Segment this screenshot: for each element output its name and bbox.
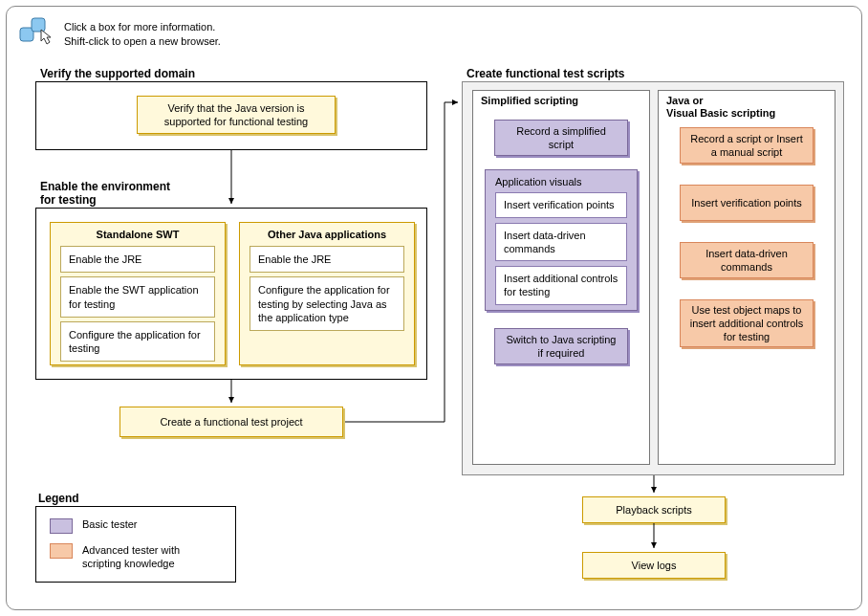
col-standalone-swt: Standalone SWT Enable the JRE Enable the…	[50, 222, 226, 365]
box-swt-jre[interactable]: Enable the JRE	[60, 246, 215, 273]
box-verify-java[interactable]: Verify that the Java version is supporte…	[137, 96, 336, 134]
hint-line2: Shift-click to open a new browser.	[64, 34, 221, 49]
box-java-objectmap[interactable]: Use test object maps to insert additiona…	[680, 299, 814, 347]
svg-rect-1	[32, 18, 45, 32]
sub-title-java: Java orVisual Basic scripting	[666, 95, 775, 120]
box-swt-enable-app[interactable]: Enable the SWT application for testing	[60, 276, 215, 318]
diagram-frame: Click a box for more information. Shift-…	[6, 6, 862, 610]
box-record-simplified[interactable]: Record a simplified script	[494, 120, 628, 156]
box-application-visuals: Application visuals Insert verification …	[485, 169, 638, 311]
box-vis-controls[interactable]: Insert additional controls for testing	[495, 266, 627, 305]
box-switch-java[interactable]: Switch to Java scripting if required	[494, 328, 628, 364]
box-other-jre[interactable]: Enable the JRE	[250, 246, 404, 273]
col-title-other: Other Java applications	[240, 223, 414, 246]
hint-text: Click a box for more information. Shift-…	[64, 20, 221, 50]
box-playback[interactable]: Playback scripts	[582, 496, 726, 523]
swatch-purple	[50, 518, 73, 534]
box-other-configure[interactable]: Configure the application for testing by…	[250, 276, 404, 331]
box-java-verification[interactable]: Insert verification points	[680, 185, 814, 221]
section-enable: Enable the environmentfor testing Standa…	[35, 208, 427, 380]
sub-title-simplified: Simplified scripting	[481, 95, 578, 106]
legend-row-advanced: Advanced tester with scripting knowledge	[50, 543, 222, 571]
click-icon	[18, 16, 56, 47]
hint-line1: Click a box for more information.	[64, 20, 221, 34]
legend: Legend Basic tester Advanced tester with…	[35, 506, 236, 583]
box-vis-datadriven[interactable]: Insert data-driven commands	[495, 223, 627, 262]
panel-scripts: Create functional test scripts Simplifie…	[462, 81, 844, 475]
section-title-scripts: Create functional test scripts	[465, 67, 626, 80]
legend-label-basic: Basic tester	[82, 518, 137, 530]
swatch-orange	[50, 543, 73, 559]
subpanel-java: Java orVisual Basic scripting Record a s…	[658, 90, 835, 465]
col-other-java: Other Java applications Enable the JRE C…	[239, 222, 415, 365]
legend-label-advanced: Advanced tester with scripting knowledge	[82, 543, 222, 571]
box-swt-configure[interactable]: Configure the application for testing	[60, 321, 215, 363]
section-title-enable: Enable the environmentfor testing	[38, 180, 172, 208]
section-verify: Verify the supported domain Verify that …	[35, 81, 427, 150]
subpanel-simplified: Simplified scripting Record a simplified…	[472, 90, 650, 465]
box-vis-verification[interactable]: Insert verification points	[495, 192, 627, 217]
legend-title: Legend	[38, 492, 79, 505]
legend-row-basic: Basic tester	[50, 518, 137, 534]
box-java-record[interactable]: Record a script or Insert a manual scrip…	[680, 127, 814, 164]
box-java-datadriven[interactable]: Insert data-driven commands	[680, 242, 814, 278]
grp-title-visuals: Application visuals	[486, 170, 637, 192]
box-create-project[interactable]: Create a functional test project	[119, 407, 343, 437]
col-title-swt: Standalone SWT	[51, 223, 225, 246]
box-view-logs[interactable]: View logs	[582, 552, 726, 579]
section-title-verify: Verify the supported domain	[38, 67, 197, 80]
